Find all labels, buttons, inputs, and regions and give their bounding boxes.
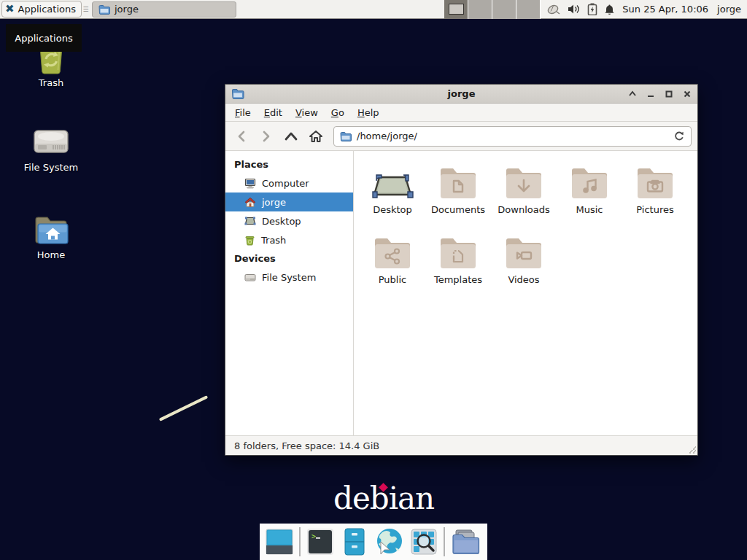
- sidebar-item-label: Computer: [262, 178, 309, 189]
- directory-menu-launcher[interactable]: [450, 527, 482, 556]
- sidebar-item-desktop[interactable]: Desktop: [225, 211, 353, 230]
- app-finder-launcher[interactable]: [409, 527, 438, 556]
- file-downloads[interactable]: Downloads: [491, 160, 557, 230]
- sidebar-item-jorge[interactable]: jorge: [225, 192, 353, 211]
- toolbar: /home/jorge/: [225, 122, 697, 151]
- workspace-1[interactable]: [444, 0, 468, 19]
- terminal-launcher[interactable]: >: [306, 527, 335, 556]
- sidebar-item-file-system[interactable]: File System: [225, 268, 353, 287]
- panel-user-label[interactable]: jorge: [717, 4, 741, 15]
- status-text: 8 folders, Free space: 14.4 GiB: [234, 440, 379, 451]
- desktop-icon-home[interactable]: Home: [7, 213, 95, 260]
- file-label: Desktop: [373, 204, 412, 215]
- menu-edit[interactable]: Edit: [258, 105, 289, 120]
- reload-icon[interactable]: [673, 131, 685, 142]
- workspace-3[interactable]: [492, 0, 516, 19]
- file-manager-launcher[interactable]: [340, 527, 369, 556]
- hard-drive-icon: [31, 125, 71, 159]
- sidebar-item-label: Desktop: [262, 216, 301, 227]
- desktop-icon-label: Home: [37, 249, 65, 260]
- volume-icon[interactable]: [568, 4, 581, 15]
- desktop-icon-file-system[interactable]: File System: [7, 125, 95, 173]
- menu-bar: File Edit View Go Help: [225, 104, 697, 122]
- web-browser-launcher[interactable]: [374, 527, 404, 556]
- file-public[interactable]: Public: [360, 230, 425, 300]
- forward-button[interactable]: [256, 126, 276, 147]
- sidebar-item-trash[interactable]: Trash: [225, 230, 353, 249]
- file-label: Public: [379, 274, 406, 285]
- public-folder-icon: [372, 236, 413, 271]
- workspace-window-preview: [449, 4, 464, 15]
- menu-go[interactable]: Go: [325, 105, 351, 120]
- window-icon: [231, 88, 244, 99]
- close-button[interactable]: [683, 90, 692, 98]
- file-desktop[interactable]: Desktop: [360, 160, 425, 230]
- path-text[interactable]: /home/jorge/: [357, 131, 668, 141]
- shade-button[interactable]: [628, 90, 637, 98]
- file-label: Pictures: [636, 204, 673, 215]
- documents-folder-icon: [438, 166, 479, 201]
- notification-bell-icon[interactable]: [604, 4, 615, 15]
- music-folder-icon: [569, 166, 610, 201]
- maximize-button[interactable]: [665, 90, 673, 98]
- applications-tooltip: Applications: [6, 24, 82, 52]
- file-documents[interactable]: Documents: [425, 160, 491, 230]
- applications-menu-button[interactable]: ✖ Applications: [1, 1, 82, 18]
- menu-help[interactable]: Help: [351, 105, 386, 120]
- battery-icon[interactable]: [587, 3, 597, 15]
- panel-handle[interactable]: ☰: [82, 6, 89, 13]
- dock-separator: [444, 527, 445, 556]
- dock-separator: [299, 527, 301, 556]
- sidebar: Places Computer: [225, 151, 354, 435]
- top-panel: ✖ Applications ☰ jorge: [0, 0, 747, 19]
- devices-header: Devices: [225, 249, 353, 268]
- resize-grip[interactable]: [689, 446, 696, 454]
- file-pictures[interactable]: Pictures: [622, 160, 688, 230]
- minimize-button[interactable]: [646, 90, 655, 98]
- location-bar[interactable]: /home/jorge/: [333, 126, 692, 147]
- file-music[interactable]: Music: [557, 160, 622, 230]
- panel-clock[interactable]: Sun 25 Apr, 10:06: [622, 4, 708, 15]
- workspace-2[interactable]: [468, 0, 492, 19]
- taskbar-window-button[interactable]: jorge: [92, 1, 236, 18]
- home-folder-icon: [32, 213, 70, 246]
- sidebar-item-computer[interactable]: Computer: [225, 174, 353, 192]
- workspace-4[interactable]: [516, 0, 541, 19]
- desktop: ✖ Applications ☰ jorge: [0, 0, 747, 560]
- pictures-folder-icon: [635, 166, 676, 201]
- trash-mini-icon: [244, 235, 255, 246]
- back-button[interactable]: [231, 126, 252, 147]
- file-label: Music: [576, 204, 603, 215]
- debian-wallpaper-logo: debian: [333, 481, 434, 516]
- file-label: Documents: [431, 204, 485, 215]
- show-desktop-button[interactable]: [265, 527, 294, 556]
- sidebar-item-label: File System: [262, 272, 316, 283]
- file-label: Downloads: [498, 204, 549, 215]
- tooltip-text: Applications: [15, 33, 72, 44]
- videos-folder-icon: [503, 236, 544, 271]
- mouse-device-icon[interactable]: [546, 4, 561, 15]
- file-label: Videos: [508, 274, 539, 285]
- up-button[interactable]: [281, 126, 301, 147]
- status-bar: 8 folders, Free space: 14.4 GiB: [225, 435, 697, 455]
- templates-folder-icon: [438, 236, 479, 271]
- downloads-folder-icon: [503, 166, 544, 201]
- menu-view[interactable]: View: [289, 105, 325, 120]
- window-title: jorge: [225, 88, 697, 99]
- file-label: Templates: [434, 274, 482, 285]
- workspace-switcher[interactable]: [444, 0, 541, 19]
- file-templates[interactable]: Templates: [425, 230, 491, 300]
- file-manager-window: jorge File Edit View Go: [225, 84, 698, 456]
- home-icon: [244, 197, 256, 208]
- folder-icon: [340, 131, 352, 141]
- folder-icon: [98, 4, 110, 15]
- desktop-icon-label: Trash: [39, 77, 63, 88]
- computer-icon: [244, 178, 256, 189]
- menu-file[interactable]: File: [228, 105, 258, 120]
- applications-menu-icon: ✖: [5, 4, 15, 15]
- home-button[interactable]: [306, 126, 326, 147]
- file-videos[interactable]: Videos: [491, 230, 557, 300]
- window-titlebar[interactable]: jorge: [225, 85, 697, 104]
- desktop-mini-icon: [244, 216, 256, 226]
- places-header: Places: [225, 155, 353, 174]
